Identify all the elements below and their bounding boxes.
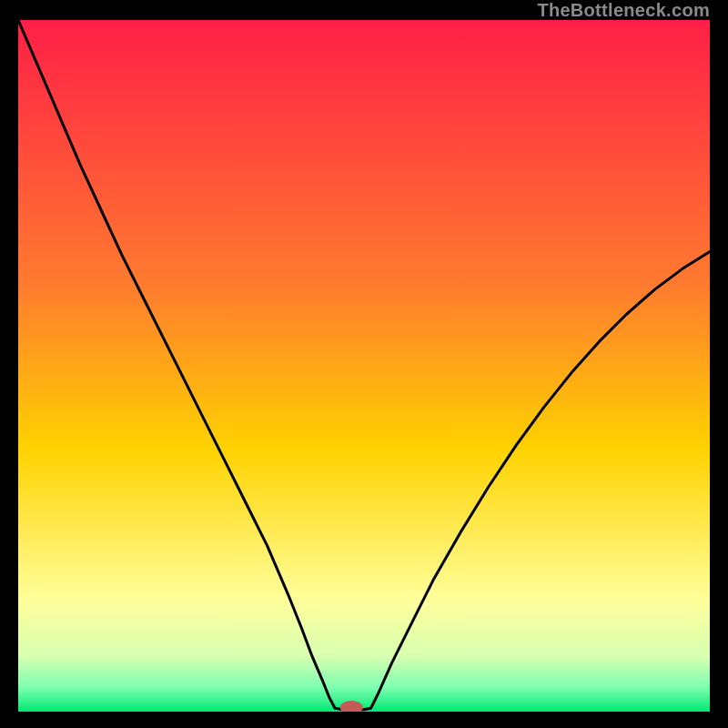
gradient-background: [18, 20, 710, 712]
trough-marker: [340, 702, 362, 712]
plot-area: [18, 20, 710, 712]
watermark-text: TheBottleneck.com: [537, 0, 710, 21]
chart-frame: TheBottleneck.com: [0, 0, 728, 728]
chart-canvas: [18, 20, 710, 712]
